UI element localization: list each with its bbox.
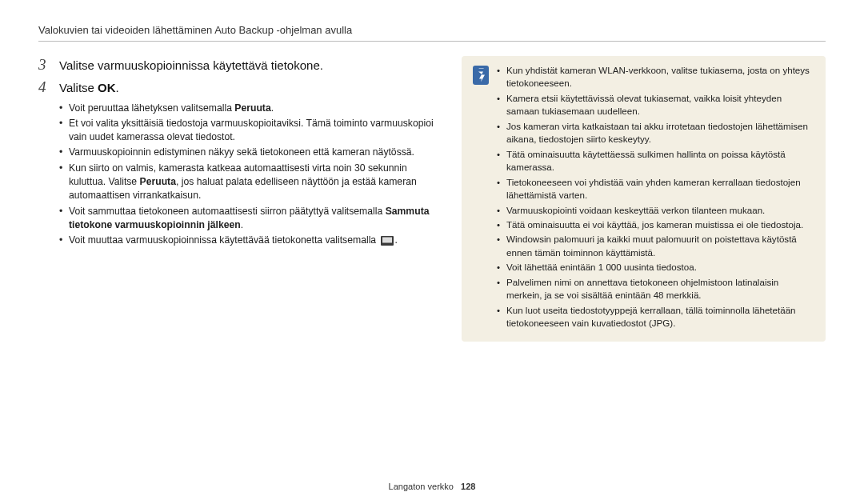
header-divider: [38, 41, 826, 42]
note-item: Tätä ominaisuutta käytettäessä sulkimen …: [497, 148, 814, 174]
text: Voit muuttaa varmuuskopioinnissa käytett…: [69, 234, 379, 246]
step-text-prefix: Valitse: [59, 81, 98, 94]
note-item: Kun yhdistät kameran WLAN-verkkoon, vali…: [497, 64, 814, 90]
page-header-title: Valokuvien tai videoiden lähettäminen Au…: [38, 24, 826, 36]
sub-item: Varmuuskopioinnin edistyminen näkyy sekä…: [59, 146, 442, 159]
step-text: Valitse varmuuskopioinnissa käytettävä t…: [59, 58, 323, 74]
text: Voit sammuttaa tietokoneen automaattises…: [69, 206, 386, 217]
step-number: 3: [38, 56, 53, 74]
note-item: Varmuuskopiointi voidaan keskeyttää verk…: [497, 204, 814, 217]
footer-page-number: 128: [461, 482, 475, 491]
note-item: Voit lähettää enintään 1 000 uusinta tie…: [497, 261, 814, 274]
step-text-bold: OK: [98, 81, 116, 94]
sub-bullets: Voit peruuttaa lähetyksen valitsemalla P…: [59, 102, 442, 250]
step-text-suffix: .: [116, 81, 119, 94]
sub-item: Et voi valita yksittäisiä tiedostoja var…: [59, 117, 442, 145]
svg-rect-2: [385, 244, 390, 246]
step-3: 3 Valitse varmuuskopioinnissa käytettävä…: [38, 56, 442, 74]
note-box: Kun yhdistät kameran WLAN-verkkoon, vali…: [462, 56, 826, 342]
page: Valokuvien tai videoiden lähettäminen Au…: [0, 0, 864, 504]
note-icon: [473, 66, 489, 332]
monitor-icon: [381, 236, 394, 250]
text: Voit peruuttaa lähetyksen valitsemalla: [69, 102, 234, 114]
sub-item: Voit muuttaa varmuuskopioinnissa käytett…: [59, 234, 442, 250]
page-footer: Langaton verkko 128: [0, 482, 864, 491]
step-text: Valitse OK.: [59, 80, 119, 96]
step-number: 4: [38, 78, 53, 96]
text: .: [271, 102, 274, 114]
sub-item: Kun siirto on valmis, kamerasta katkeaa …: [59, 162, 442, 203]
text-bold: Peruuta: [140, 176, 176, 187]
note-item: Kun luot useita tiedostotyyppejä kerrall…: [497, 304, 814, 330]
sub-item: Voit sammuttaa tietokoneen automaattises…: [59, 205, 442, 233]
text: .: [241, 219, 243, 230]
note-item: Tätä ominaisuutta ei voi käyttää, jos ka…: [497, 218, 814, 231]
sub-item: Voit peruuttaa lähetyksen valitsemalla P…: [59, 102, 442, 115]
note-item: Palvelimen nimi on annettava tietokoneen…: [497, 276, 814, 302]
text-bold: Peruuta: [234, 102, 270, 114]
content-columns: 3 Valitse varmuuskopioinnissa käytettävä…: [38, 56, 826, 342]
note-item: Kamera etsii käytettävissä olevat tukias…: [497, 92, 814, 118]
note-item: Jos kameran virta katkaistaan tai akku i…: [497, 120, 814, 146]
text: .: [395, 234, 398, 246]
note-item: Windowsin palomuuri ja kaikki muut palom…: [497, 233, 814, 259]
footer-section: Langaton verkko: [389, 482, 454, 491]
note-list: Kun yhdistät kameran WLAN-verkkoon, vali…: [497, 64, 814, 332]
left-column: 3 Valitse varmuuskopioinnissa käytettävä…: [38, 56, 442, 342]
right-column: Kun yhdistät kameran WLAN-verkkoon, vali…: [462, 56, 826, 342]
svg-rect-1: [382, 238, 392, 243]
step-4: 4 Valitse OK.: [38, 78, 442, 96]
note-item: Tietokoneeseen voi yhdistää vain yhden k…: [497, 176, 814, 202]
